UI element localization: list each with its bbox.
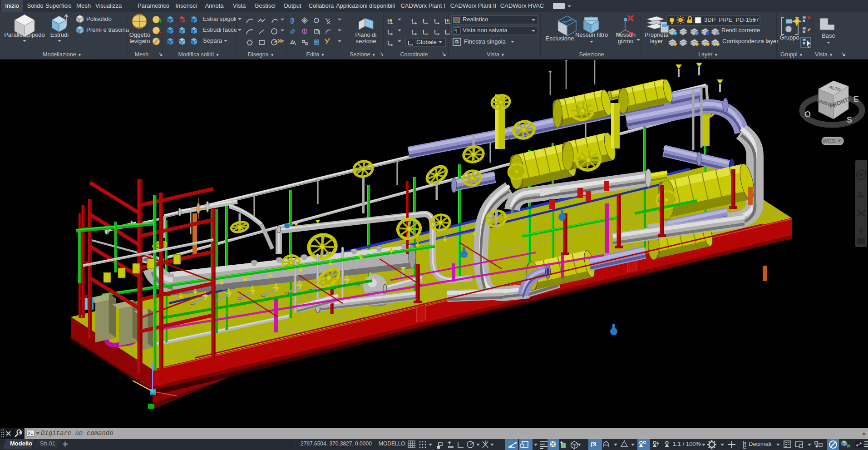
svg-text:WCS: WCS [823,138,835,144]
svg-text:O: O [804,110,811,119]
svg-text:S: S [847,115,852,124]
svg-text:E: E [853,95,859,104]
